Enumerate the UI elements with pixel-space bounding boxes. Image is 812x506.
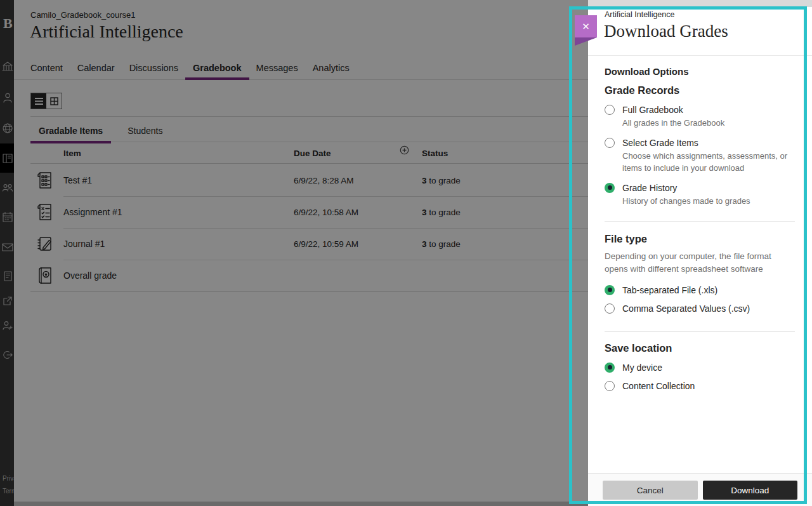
radio-grade-history[interactable]: Grade History — [605, 183, 795, 193]
radio-my-device[interactable]: My device — [605, 363, 795, 373]
file-type-description: Depending on your computer, the file for… — [605, 250, 795, 275]
download-button[interactable]: Download — [703, 481, 798, 500]
radio-full-gradebook[interactable]: Full Gradebook — [605, 105, 795, 115]
radio-icon[interactable] — [605, 303, 615, 314]
section-divider — [605, 331, 795, 332]
radio-comma-separated[interactable]: Comma Separated Values (.csv) — [605, 303, 795, 314]
download-grades-panel: Artificial Intelligence Download Grades … — [588, 0, 812, 506]
cancel-button[interactable]: Cancel — [603, 481, 698, 500]
panel-top-fade — [588, 0, 812, 7]
radio-description: Choose which assignments, assessments, o… — [622, 150, 795, 175]
radio-select-grade-items[interactable]: Select Grade Items — [605, 138, 795, 148]
radio-description: History of changes made to grades — [622, 196, 795, 208]
radio-icon[interactable] — [605, 138, 615, 148]
panel-footer: Cancel Download — [588, 473, 812, 506]
save-location-heading: Save location — [605, 342, 795, 354]
radio-icon[interactable] — [605, 363, 615, 373]
file-type-heading: File type — [605, 233, 795, 245]
radio-description: All grades in the Gradebook — [622, 117, 795, 130]
radio-tab-separated[interactable]: Tab-separated File (.xls) — [605, 285, 795, 295]
section-divider — [605, 221, 795, 222]
blackboard-app: B — [0, 0, 812, 506]
radio-icon[interactable] — [605, 105, 615, 115]
radio-icon[interactable] — [605, 381, 615, 391]
panel-title: Download Grades — [604, 22, 728, 41]
close-panel-button[interactable]: ✕ — [575, 15, 597, 37]
panel-course-context: Artificial Intelligence — [605, 10, 674, 19]
radio-icon[interactable] — [605, 183, 615, 193]
radio-icon[interactable] — [605, 285, 615, 295]
panel-header: Artificial Intelligence Download Grades — [588, 0, 812, 56]
panel-body: Download Options Grade Records Full Grad… — [588, 57, 812, 473]
download-options-heading: Download Options — [605, 66, 795, 77]
modal-overlay — [0, 0, 588, 506]
radio-content-collection[interactable]: Content Collection — [605, 381, 795, 391]
grade-records-heading: Grade Records — [605, 84, 795, 97]
